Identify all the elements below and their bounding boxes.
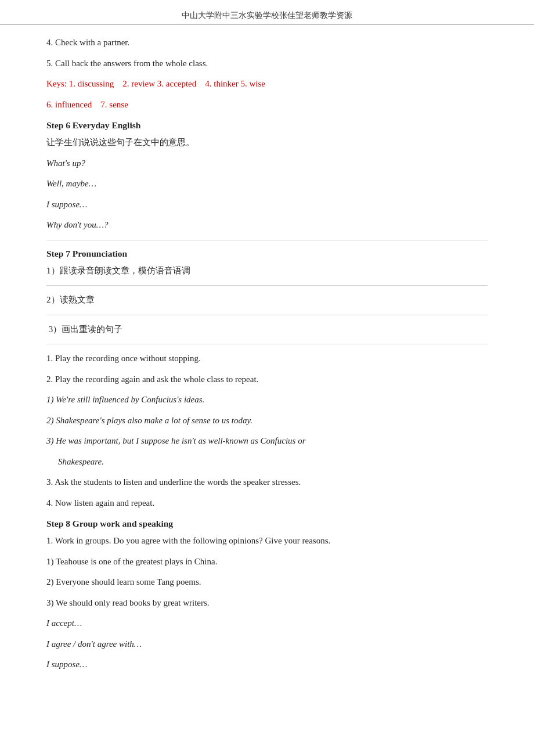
keys-line2: 6. influenced 7. sense <box>46 98 488 113</box>
step6-phrase2: Well, maybe… <box>46 177 488 192</box>
step7-title: Step 7 Pronunciation <box>46 249 488 259</box>
divider-1 <box>46 240 488 240</box>
divider-4 <box>46 344 488 344</box>
step8-item3: 3) We should only read books by great wr… <box>46 596 488 611</box>
step7-line4: 4. Now listen again and repeat. <box>46 496 488 511</box>
step6-title: Step 6 Everyday English <box>46 120 488 131</box>
step7-line2: 2. Play the recording again and ask the … <box>46 372 488 387</box>
step7-italic1: 1) We're still influenced by Confucius's… <box>46 393 488 408</box>
step7-zh2: 2）读熟文章 <box>46 293 488 308</box>
step7-line1: 1. Play the recording once without stopp… <box>46 351 488 366</box>
keys-middle: 2. review 3. accepted <box>122 79 196 88</box>
main-content: 4. Check with a partner. 5. Call back th… <box>0 35 534 701</box>
call-back-text: 5. Call back the answers from the whole … <box>46 59 208 68</box>
step6-zh-instruction: 让学生们说说这些句子在文中的意思。 <box>46 135 488 150</box>
step6-phrase4: Why don't you…? <box>46 218 488 233</box>
step6-phrase1: What's up? <box>46 156 488 171</box>
keys-right: 4. thinker 5. wise <box>205 79 265 88</box>
step8-line1: 1. Work in groups. Do you agree with the… <box>46 534 488 549</box>
step7-italic3a: 3) He was important, but I suppose he is… <box>46 434 488 449</box>
keys-influenced: 6. influenced <box>46 100 92 109</box>
keys-sense: 7. sense <box>100 100 128 109</box>
step8-italic3: I suppose… <box>46 657 488 672</box>
page: 中山大学附中三水实验学校张佳望老师教学资源 4. Check with a pa… <box>0 0 534 756</box>
step8-title: Step 8 Group work and speaking <box>46 519 488 529</box>
step7-italic2: 2) Shakespeare's plays also make a lot o… <box>46 413 488 429</box>
divider-2 <box>46 285 488 286</box>
step7-zh3: 3）画出重读的句子 <box>46 322 488 337</box>
step8-italic2: I agree / don't agree with… <box>46 637 488 652</box>
line-call-back: 5. Call back the answers from the whole … <box>46 56 488 71</box>
step8-item1: 1) Teahouse is one of the greatest plays… <box>46 555 488 570</box>
step7-line3: 3. Ask the students to listen and underl… <box>46 475 488 490</box>
check-partner-text: 4. Check with a partner. <box>46 38 129 47</box>
step7-italic3b: Shakespeare. <box>58 455 488 470</box>
step8-italic1: I accept… <box>46 616 488 631</box>
step6-phrase3: I suppose… <box>46 197 488 213</box>
divider-3 <box>46 315 488 315</box>
keys-label: Keys: 1. discussing <box>46 79 114 88</box>
step7-zh1: 1）跟读录音朗读文章，模仿语音语调 <box>46 264 488 279</box>
page-header: 中山大学附中三水实验学校张佳望老师教学资源 <box>0 0 534 25</box>
header-title: 中山大学附中三水实验学校张佳望老师教学资源 <box>182 11 352 20</box>
keys-line1: Keys: 1. discussing 2. review 3. accepte… <box>46 77 488 92</box>
step8-item2: 2) Everyone should learn some Tang poems… <box>46 575 488 590</box>
line-check-partner: 4. Check with a partner. <box>46 35 488 51</box>
